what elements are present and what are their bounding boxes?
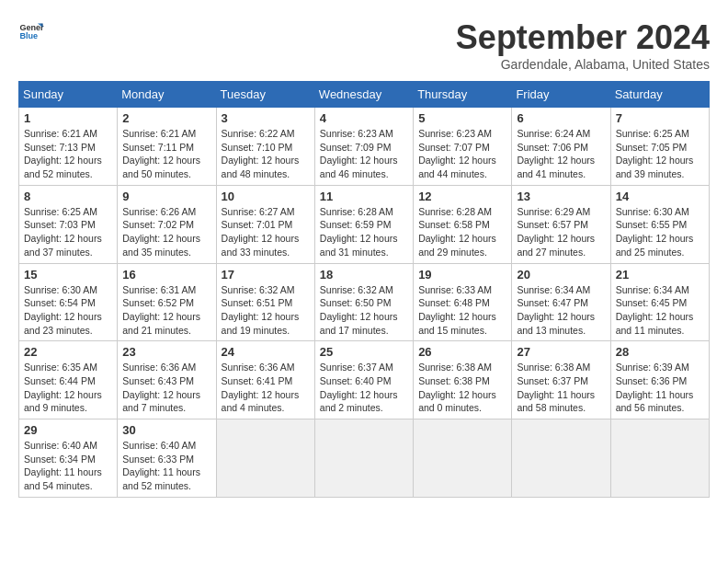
day-cell-26: 26Sunrise: 6:38 AMSunset: 6:38 PMDayligh… — [414, 341, 512, 419]
day-info-5: Sunrise: 6:23 AMSunset: 7:07 PMDaylight:… — [418, 127, 506, 181]
day-cell-12: 12Sunrise: 6:28 AMSunset: 6:58 PMDayligh… — [414, 185, 512, 263]
day-cell-14: 14Sunrise: 6:30 AMSunset: 6:55 PMDayligh… — [610, 185, 709, 263]
day-info-9: Sunrise: 6:26 AMSunset: 7:02 PMDaylight:… — [122, 205, 210, 259]
day-info-24: Sunrise: 6:36 AMSunset: 6:41 PMDaylight:… — [222, 361, 310, 415]
day-number-30: 30 — [122, 423, 210, 437]
day-info-26: Sunrise: 6:38 AMSunset: 6:38 PMDaylight:… — [418, 361, 506, 415]
day-info-16: Sunrise: 6:31 AMSunset: 6:52 PMDaylight:… — [122, 283, 210, 338]
weekday-header-monday: Monday — [118, 82, 216, 108]
logo: General Blue — [18, 18, 44, 44]
day-info-7: Sunrise: 6:25 AMSunset: 7:05 PMDaylight:… — [616, 127, 704, 181]
day-info-14: Sunrise: 6:30 AMSunset: 6:55 PMDaylight:… — [616, 205, 704, 259]
logo-icon: General Blue — [18, 18, 44, 44]
day-number-29: 29 — [24, 423, 112, 437]
day-info-3: Sunrise: 6:22 AMSunset: 7:10 PMDaylight:… — [222, 127, 310, 181]
day-info-18: Sunrise: 6:32 AMSunset: 6:50 PMDaylight:… — [320, 283, 408, 338]
day-info-23: Sunrise: 6:36 AMSunset: 6:43 PMDaylight:… — [122, 361, 210, 415]
day-info-15: Sunrise: 6:30 AMSunset: 6:54 PMDaylight:… — [24, 283, 112, 338]
day-info-17: Sunrise: 6:32 AMSunset: 6:51 PMDaylight:… — [222, 283, 310, 338]
day-cell-1: 1Sunrise: 6:21 AMSunset: 7:13 PMDaylight… — [19, 108, 118, 186]
day-info-27: Sunrise: 6:38 AMSunset: 6:37 PMDaylight:… — [517, 361, 605, 415]
day-number-3: 3 — [222, 111, 310, 125]
day-cell-8: 8Sunrise: 6:25 AMSunset: 7:03 PMDaylight… — [19, 185, 118, 263]
title-area: September 2024 Gardendale, Alabama, Unit… — [456, 18, 710, 72]
day-info-1: Sunrise: 6:21 AMSunset: 7:13 PMDaylight:… — [24, 127, 112, 181]
day-number-19: 19 — [418, 268, 506, 282]
day-number-27: 27 — [517, 345, 605, 359]
day-cell-16: 16Sunrise: 6:31 AMSunset: 6:52 PMDayligh… — [118, 263, 216, 341]
day-number-15: 15 — [24, 268, 112, 282]
page-header: General Blue September 2024 Gardendale, … — [18, 18, 710, 72]
day-cell-23: 23Sunrise: 6:36 AMSunset: 6:43 PMDayligh… — [118, 341, 216, 419]
day-number-12: 12 — [418, 190, 506, 203]
day-cell-7: 7Sunrise: 6:25 AMSunset: 7:05 PMDaylight… — [610, 108, 709, 186]
day-cell-24: 24Sunrise: 6:36 AMSunset: 6:41 PMDayligh… — [216, 341, 314, 419]
day-number-5: 5 — [418, 111, 506, 125]
day-cell-25: 25Sunrise: 6:37 AMSunset: 6:40 PMDayligh… — [314, 341, 413, 419]
day-info-10: Sunrise: 6:27 AMSunset: 7:01 PMDaylight:… — [222, 205, 310, 259]
week-row-3: 15Sunrise: 6:30 AMSunset: 6:54 PMDayligh… — [19, 263, 710, 341]
day-number-18: 18 — [320, 268, 408, 282]
day-cell-29: 29Sunrise: 6:40 AMSunset: 6:34 PMDayligh… — [19, 419, 118, 498]
day-info-21: Sunrise: 6:34 AMSunset: 6:45 PMDaylight:… — [616, 283, 704, 338]
weekday-header-tuesday: Tuesday — [216, 82, 314, 108]
day-cell-21: 21Sunrise: 6:34 AMSunset: 6:45 PMDayligh… — [610, 263, 709, 341]
day-number-2: 2 — [122, 111, 210, 125]
week-row-1: 1Sunrise: 6:21 AMSunset: 7:13 PMDaylight… — [19, 108, 710, 186]
day-number-14: 14 — [616, 190, 704, 203]
day-number-10: 10 — [222, 190, 310, 203]
weekday-header-saturday: Saturday — [610, 82, 709, 108]
day-cell-18: 18Sunrise: 6:32 AMSunset: 6:50 PMDayligh… — [314, 263, 413, 341]
day-cell-9: 9Sunrise: 6:26 AMSunset: 7:02 PMDaylight… — [118, 185, 216, 263]
day-info-11: Sunrise: 6:28 AMSunset: 6:59 PMDaylight:… — [320, 205, 408, 259]
day-info-2: Sunrise: 6:21 AMSunset: 7:11 PMDaylight:… — [122, 127, 210, 181]
svg-text:Blue: Blue — [19, 31, 38, 40]
empty-cell — [314, 419, 413, 498]
weekday-header-friday: Friday — [512, 82, 610, 108]
day-number-1: 1 — [24, 111, 112, 125]
day-number-13: 13 — [517, 190, 605, 203]
day-cell-20: 20Sunrise: 6:34 AMSunset: 6:47 PMDayligh… — [512, 263, 610, 341]
weekday-header-thursday: Thursday — [414, 82, 512, 108]
day-number-26: 26 — [418, 345, 506, 359]
day-info-4: Sunrise: 6:23 AMSunset: 7:09 PMDaylight:… — [320, 127, 408, 181]
day-cell-5: 5Sunrise: 6:23 AMSunset: 7:07 PMDaylight… — [414, 108, 512, 186]
day-number-20: 20 — [517, 268, 605, 282]
day-number-8: 8 — [24, 190, 112, 203]
day-number-22: 22 — [24, 345, 112, 359]
week-row-5: 29Sunrise: 6:40 AMSunset: 6:34 PMDayligh… — [19, 419, 710, 498]
day-cell-15: 15Sunrise: 6:30 AMSunset: 6:54 PMDayligh… — [19, 263, 118, 341]
empty-cell — [610, 419, 709, 498]
weekday-header-wednesday: Wednesday — [314, 82, 413, 108]
empty-cell — [216, 419, 314, 498]
day-number-28: 28 — [616, 345, 704, 359]
day-number-25: 25 — [320, 345, 408, 359]
day-number-16: 16 — [122, 268, 210, 282]
day-info-29: Sunrise: 6:40 AMSunset: 6:34 PMDaylight:… — [24, 439, 112, 493]
day-cell-17: 17Sunrise: 6:32 AMSunset: 6:51 PMDayligh… — [216, 263, 314, 341]
calendar-table: SundayMondayTuesdayWednesdayThursdayFrid… — [18, 81, 710, 498]
day-info-22: Sunrise: 6:35 AMSunset: 6:44 PMDaylight:… — [24, 361, 112, 415]
day-info-25: Sunrise: 6:37 AMSunset: 6:40 PMDaylight:… — [320, 361, 408, 415]
day-number-21: 21 — [616, 268, 704, 282]
day-number-23: 23 — [122, 345, 210, 359]
day-cell-11: 11Sunrise: 6:28 AMSunset: 6:59 PMDayligh… — [314, 185, 413, 263]
day-number-17: 17 — [222, 268, 310, 282]
day-number-24: 24 — [222, 345, 310, 359]
day-info-6: Sunrise: 6:24 AMSunset: 7:06 PMDaylight:… — [517, 127, 605, 181]
day-cell-13: 13Sunrise: 6:29 AMSunset: 6:57 PMDayligh… — [512, 185, 610, 263]
day-info-20: Sunrise: 6:34 AMSunset: 6:47 PMDaylight:… — [517, 283, 605, 338]
day-cell-30: 30Sunrise: 6:40 AMSunset: 6:33 PMDayligh… — [118, 419, 216, 498]
empty-cell — [414, 419, 512, 498]
day-info-19: Sunrise: 6:33 AMSunset: 6:48 PMDaylight:… — [418, 283, 506, 338]
day-info-30: Sunrise: 6:40 AMSunset: 6:33 PMDaylight:… — [122, 439, 210, 493]
weekday-header-sunday: Sunday — [19, 82, 118, 108]
day-cell-3: 3Sunrise: 6:22 AMSunset: 7:10 PMDaylight… — [216, 108, 314, 186]
day-cell-28: 28Sunrise: 6:39 AMSunset: 6:36 PMDayligh… — [610, 341, 709, 419]
day-cell-19: 19Sunrise: 6:33 AMSunset: 6:48 PMDayligh… — [414, 263, 512, 341]
day-number-11: 11 — [320, 190, 408, 203]
day-number-4: 4 — [320, 111, 408, 125]
day-info-13: Sunrise: 6:29 AMSunset: 6:57 PMDaylight:… — [517, 205, 605, 259]
day-info-8: Sunrise: 6:25 AMSunset: 7:03 PMDaylight:… — [24, 205, 112, 259]
day-number-9: 9 — [122, 190, 210, 203]
